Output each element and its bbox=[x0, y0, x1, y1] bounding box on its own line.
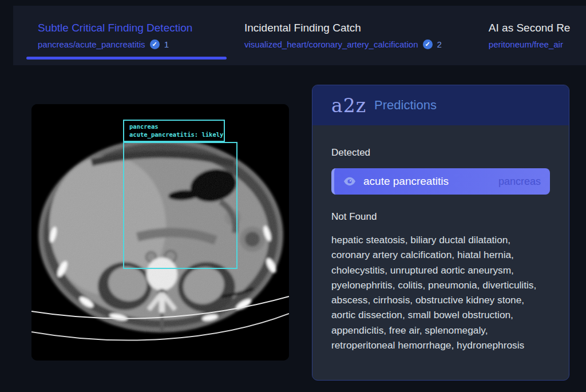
tab-count: 2 bbox=[437, 39, 442, 49]
tab-subtitle: visualized_heart/coronary_artery_calcifi… bbox=[244, 39, 418, 49]
tab-subtitle-row: peritoneum/free_air bbox=[489, 39, 571, 49]
not-found-section-label: Not Found bbox=[331, 211, 550, 223]
finding-bounding-box bbox=[123, 142, 237, 269]
tab-subtle-critical-finding-detection[interactable]: Subtle Critical Finding Detection pancre… bbox=[26, 6, 227, 65]
tab-title: Incidental Finding Catch bbox=[244, 21, 442, 35]
tab-incidental-finding-catch[interactable]: Incidental Finding Catch visualized_hear… bbox=[233, 6, 453, 65]
tab-bar: Subtle Critical Finding Detection pancre… bbox=[13, 6, 586, 65]
predictions-panel-body: Detected acute pancreatitis pancreas Not… bbox=[312, 125, 569, 353]
check-badge-icon bbox=[150, 39, 160, 49]
not-found-list: hepatic steatosis, biliary ductal dilata… bbox=[331, 232, 551, 353]
a2z-logo: a2z bbox=[331, 96, 366, 115]
tab-subtitle: pancreas/acute_pancreatitis bbox=[38, 39, 145, 49]
detection-item-acute-pancreatitis[interactable]: acute pancreatitis pancreas bbox=[331, 168, 550, 195]
detected-section-label: Detected bbox=[331, 147, 550, 159]
panel-title: Predictions bbox=[374, 98, 437, 113]
tab-title: Subtle Critical Finding Detection bbox=[38, 21, 215, 35]
predictions-panel-header: a2z Predictions bbox=[312, 85, 569, 125]
predictions-panel: a2z Predictions Detected acute pancreati… bbox=[312, 85, 569, 381]
finding-label-text: acute_pancreatitis: likely bbox=[129, 131, 220, 139]
ct-scan-image: pancreas acute_pancreatitis: likely bbox=[31, 104, 289, 361]
tab-subtitle-row: visualized_heart/coronary_artery_calcifi… bbox=[244, 39, 442, 49]
finding-label-organ: pancreas bbox=[129, 123, 220, 131]
detection-organ-tag: pancreas bbox=[498, 176, 541, 188]
finding-label: pancreas acute_pancreatitis: likely bbox=[123, 120, 225, 142]
active-tab-indicator bbox=[26, 57, 227, 60]
detection-name: acute pancreatitis bbox=[363, 175, 449, 188]
tab-ai-as-second-reader[interactable]: AI as Second Re peritoneum/free_air bbox=[477, 6, 582, 65]
eye-icon bbox=[343, 177, 356, 186]
tab-title: AI as Second Re bbox=[489, 21, 571, 35]
tab-subtitle-row: pancreas/acute_pancreatitis 1 bbox=[38, 39, 215, 49]
tab-subtitle: peritoneum/free_air bbox=[489, 39, 563, 49]
check-badge-icon bbox=[423, 39, 433, 49]
tab-count: 1 bbox=[164, 39, 169, 49]
